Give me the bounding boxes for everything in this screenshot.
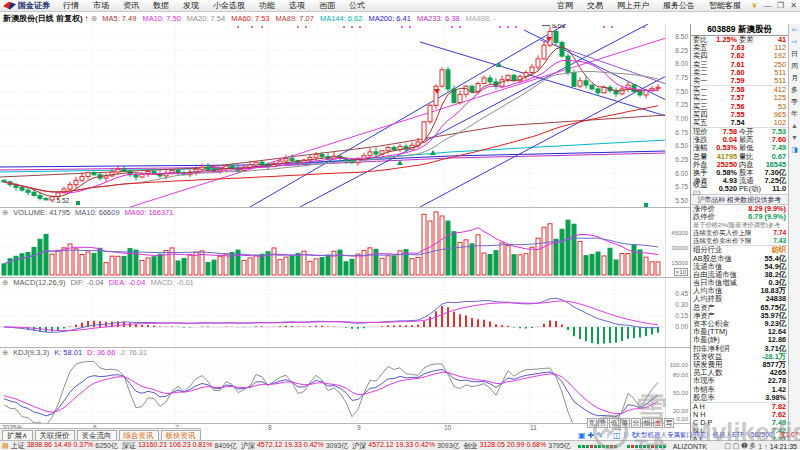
strip-button-0[interactable]: ⇦ [792,26,798,34]
status-icon-1[interactable]: ▢ [733,442,740,450]
status-icon-3[interactable]: 多 [749,441,756,450]
menu-item-3[interactable]: 数据 [146,0,176,11]
bottom-tab-3[interactable]: 综合资讯 [119,430,159,441]
index-quote-1[interactable]: 深证13160.21106.230.81%8409亿 [122,441,241,450]
news-ticker[interactable]: 《大型机器人专属窗口开启》机器人ETF（562500）涨1.07% [628,431,798,440]
strip-button-1[interactable]: ⇨ [792,38,798,46]
svg-text:8.69: 8.69 [552,24,565,29]
volume-axis: 450003000015000×10 [665,208,690,277]
candlestick-chart[interactable]: ←5.528.69 [0,24,665,207]
bottom-tab-4[interactable]: 板块资讯 [161,430,201,441]
status-icon-2[interactable]: ➊ [741,442,747,450]
index-a: 8409亿 [214,441,237,450]
menu-right-item-1[interactable]: 交易 [580,0,610,11]
menu-item-7[interactable]: 选项 [282,0,312,11]
menu-item-4[interactable]: 发现 [176,0,206,11]
auction-label: 连续竞价买入价上限 [693,229,752,237]
market-icon[interactable]: ▤ [0,442,11,450]
volume-tick: 15000 [671,260,688,266]
minimize-button[interactable]: — [761,1,774,10]
tool-icon-5[interactable]: ⚐ [623,431,630,440]
tool-icon-0[interactable]: ▣ [578,431,586,440]
status-icon-4[interactable]: 1 [758,443,762,450]
clock: 14:21:35 [770,443,797,450]
buy-price[interactable]: 7.54 [713,119,762,127]
index-c: 106.23 [169,441,190,450]
strip-button-6[interactable]: 季 [791,98,798,106]
sell-price[interactable]: 7.59 [713,77,762,85]
indicator-icon[interactable]: ⊕ [2,278,13,287]
mini-tab-3[interactable]: 筹 [620,418,630,428]
trading-app-window: 国金证券 行情市场资讯数据发现小金选股功能选项画面公式 官网交易网上开户服务公告… [0,0,800,450]
index-quote-0[interactable]: 上证3898.8614.490.37%6250亿 [11,441,122,450]
menu-item-1[interactable]: 市场 [86,0,116,11]
strip-button-4[interactable]: 月 [791,74,798,82]
indicator-settings-icon[interactable]: ⊕ [89,14,100,23]
menu-item-2[interactable]: 资讯 [116,0,146,11]
strip-button-9[interactable]: ▼ [791,134,798,142]
volume-pane[interactable]: ⊕VOLUME: 41795MA10: 66609MA60: 166371450… [0,207,690,277]
index-a: 3093亿 [326,441,349,450]
price-tick: 5.75 [675,183,688,190]
volume-chart[interactable] [0,208,665,277]
tool-icon-3[interactable]: ♁ [605,431,611,440]
menu-item-8[interactable]: 画面 [312,0,342,11]
mini-tab-1[interactable]: 势 [598,418,608,428]
macd-pane[interactable]: ⊕MACD(12,26,9)DIF: -0.04DEA: -0.04MACD: … [0,277,690,347]
tool-icon-6[interactable]: ↻ [632,431,639,440]
menu-item-9[interactable]: 公式 [342,0,372,11]
strip-button-5[interactable]: 多 [791,86,798,94]
index-a: 3795亿 [548,441,571,450]
bottom-tab-1[interactable]: 关联报价 [35,430,75,441]
menu-item-6[interactable]: 功能 [252,0,282,11]
index-v: 13160.21 [138,441,167,450]
info-value: 3.98% [765,394,786,402]
mini-tab-2[interactable]: 值 [609,418,619,428]
indicator-icon[interactable]: ⊕ [2,348,13,357]
sell-label: 卖一 [693,77,713,85]
indicator-icon[interactable]: ⊕ [2,208,13,217]
tool-icon-2[interactable]: ✎ [596,431,603,440]
menu-item-5[interactable]: 小金选股 [206,0,252,11]
menu-right-item-0[interactable]: 官网 [550,0,580,11]
kdj-pane[interactable]: ⊕KDJ(9,3,3)K: 58.01D: 36.66J: 76.31100.0… [0,347,690,423]
status-right: ▢▢➊多1↑14:21:35 [724,441,800,450]
status-icon-0[interactable]: ▢ [724,442,731,450]
mini-tab-0[interactable]: 竞 [587,418,597,428]
bottom-tab-0[interactable]: 扩展∧ [2,430,33,441]
breadth-cell [598,445,601,448]
money-icon[interactable]: ¥ [748,1,761,10]
menu-right-item-3[interactable]: 服务公告 [656,0,702,11]
strip-button-10[interactable]: ◨ [791,146,798,154]
status-icon-5[interactable]: ↑ [764,443,768,450]
index-quote-3[interactable]: 沪深4572.1219.330.42%3093亿 [352,441,463,450]
volume-header: ⊕VOLUME: 41795MA10: 66609MA60: 166371 [2,208,178,217]
mini-tab-5[interactable]: 指 [642,418,652,428]
macd-chart[interactable] [0,278,665,347]
index-quote-4[interactable]: 创业3128.0520.990.68%3795亿 [464,441,575,450]
index-n: 上证 [11,441,25,450]
menu-item-0[interactable]: 行情 [56,0,86,11]
kdj-chart[interactable] [0,348,665,423]
tool-icon-4[interactable]: ◫ [613,431,621,440]
menu-items: 行情市场资讯数据发现小金选股功能选项画面公式 [56,0,372,11]
tool-icon-1[interactable]: ✚ [588,431,595,440]
menu-right-item-4[interactable]: 智能客服 [702,0,748,11]
breadth-cell [655,445,658,448]
strip-button-2[interactable]: 日 [791,50,798,58]
close-button[interactable]: ✕ [787,1,800,10]
strip-button-7[interactable]: 年 [791,110,798,118]
mini-tab-7[interactable]: 写 [664,418,674,428]
bottom-tab-2[interactable]: 资金流向 [77,430,117,441]
panel-top-spacer [690,12,788,24]
volume-tick: 45000 [671,230,688,236]
main-price-pane[interactable]: ←5.528.698.508.258.007.757.507.257.006.7… [0,24,690,207]
mini-tab-4[interactable]: 分 [631,418,641,428]
time-axis-label: 8 [268,424,272,431]
strip-button-8[interactable]: ▲ [791,122,798,130]
index-quote-2[interactable]: 沪深4572.1219.330.42%3093亿 [241,441,352,450]
menu-right-item-2[interactable]: 网上开户 [610,0,656,11]
restore-button[interactable]: ❐ [774,1,787,10]
strip-button-3[interactable]: 周 [791,62,798,70]
mini-tab-6[interactable]: 主 [653,418,663,428]
